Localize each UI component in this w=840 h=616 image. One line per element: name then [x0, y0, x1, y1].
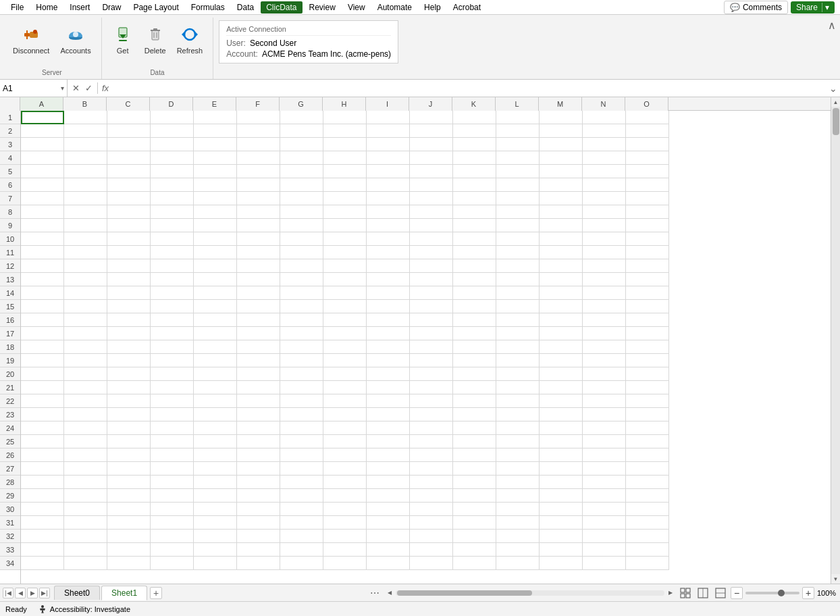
- cell-H30[interactable]: [323, 503, 367, 516]
- row-header-32[interactable]: 32: [0, 530, 20, 543]
- cell-B3[interactable]: [64, 138, 107, 151]
- cell-K4[interactable]: [453, 151, 496, 165]
- cell-E14[interactable]: [194, 286, 237, 300]
- cell-L13[interactable]: [496, 273, 540, 286]
- col-header-K[interactable]: K: [452, 97, 496, 111]
- cell-H9[interactable]: [323, 219, 367, 232]
- cell-H26[interactable]: [323, 448, 367, 462]
- cell-C3[interactable]: [107, 138, 151, 151]
- cell-M34[interactable]: [540, 557, 583, 570]
- cell-N12[interactable]: [583, 259, 626, 273]
- cell-N30[interactable]: [583, 503, 626, 516]
- cell-A20[interactable]: [21, 367, 64, 381]
- cell-C23[interactable]: [107, 408, 151, 421]
- cell-L19[interactable]: [496, 354, 540, 367]
- cell-A15[interactable]: [21, 300, 64, 313]
- cell-N33[interactable]: [583, 543, 626, 557]
- cell-B5[interactable]: [64, 165, 107, 178]
- cell-I29[interactable]: [367, 489, 410, 503]
- cell-H1[interactable]: [323, 111, 367, 124]
- accessibility-area[interactable]: Accessibility: Investigate: [38, 605, 130, 614]
- cell-C32[interactable]: [107, 530, 151, 543]
- cell-E27[interactable]: [194, 462, 237, 476]
- cell-H16[interactable]: [323, 313, 367, 327]
- menu-home[interactable]: Home: [30, 1, 63, 14]
- col-header-A[interactable]: A: [20, 97, 63, 111]
- cell-K26[interactable]: [453, 448, 496, 462]
- cell-D12[interactable]: [151, 259, 194, 273]
- cell-F15[interactable]: [237, 300, 280, 313]
- cell-O30[interactable]: [626, 503, 669, 516]
- cell-E33[interactable]: [194, 543, 237, 557]
- cell-M26[interactable]: [540, 448, 583, 462]
- cell-E4[interactable]: [194, 151, 237, 165]
- cell-A26[interactable]: [21, 448, 64, 462]
- cell-M23[interactable]: [540, 408, 583, 421]
- cell-L11[interactable]: [496, 246, 540, 259]
- col-header-O[interactable]: O: [625, 97, 668, 111]
- col-header-I[interactable]: I: [366, 97, 409, 111]
- cell-L30[interactable]: [496, 503, 540, 516]
- sheet-tab-sheet0[interactable]: Sheet0: [54, 586, 100, 600]
- cell-E5[interactable]: [194, 165, 237, 178]
- horizontal-scrollbar[interactable]: ◀ ▶: [385, 588, 675, 598]
- cell-H18[interactable]: [323, 340, 367, 354]
- row-header-1[interactable]: 1: [0, 111, 20, 124]
- cell-E17[interactable]: [194, 327, 237, 340]
- cell-H15[interactable]: [323, 300, 367, 313]
- cell-D6[interactable]: [151, 178, 194, 192]
- cell-M11[interactable]: [540, 246, 583, 259]
- cell-G18[interactable]: [280, 340, 323, 354]
- row-header-30[interactable]: 30: [0, 503, 20, 516]
- cell-M27[interactable]: [540, 462, 583, 476]
- cell-K25[interactable]: [453, 435, 496, 448]
- cell-E13[interactable]: [194, 273, 237, 286]
- cell-G29[interactable]: [280, 489, 323, 503]
- cell-O4[interactable]: [626, 151, 669, 165]
- scroll-right-button[interactable]: ▶: [666, 588, 675, 598]
- cell-F21[interactable]: [237, 381, 280, 394]
- cell-K16[interactable]: [453, 313, 496, 327]
- cell-B7[interactable]: [64, 192, 107, 205]
- sheet-tab-sheet1[interactable]: Sheet1: [101, 586, 147, 600]
- cell-F18[interactable]: [237, 340, 280, 354]
- cell-N1[interactable]: [583, 111, 626, 124]
- cell-C22[interactable]: [107, 394, 151, 408]
- cell-H28[interactable]: [323, 476, 367, 489]
- cell-I23[interactable]: [367, 408, 410, 421]
- cell-E23[interactable]: [194, 408, 237, 421]
- cell-N4[interactable]: [583, 151, 626, 165]
- cell-H24[interactable]: [323, 421, 367, 435]
- cell-J9[interactable]: [410, 219, 453, 232]
- cell-I33[interactable]: [367, 543, 410, 557]
- cell-I30[interactable]: [367, 503, 410, 516]
- cell-J12[interactable]: [410, 259, 453, 273]
- cell-J23[interactable]: [410, 408, 453, 421]
- cell-C27[interactable]: [107, 462, 151, 476]
- cell-F28[interactable]: [237, 476, 280, 489]
- cell-D32[interactable]: [151, 530, 194, 543]
- menu-formulas[interactable]: Formulas: [186, 1, 230, 14]
- cell-A6[interactable]: [21, 178, 64, 192]
- row-header-5[interactable]: 5: [0, 165, 20, 178]
- cell-L34[interactable]: [496, 557, 540, 570]
- cell-B34[interactable]: [64, 557, 107, 570]
- cell-M30[interactable]: [540, 503, 583, 516]
- zoom-out-button[interactable]: −: [731, 587, 743, 599]
- cell-H4[interactable]: [323, 151, 367, 165]
- cell-N9[interactable]: [583, 219, 626, 232]
- cell-A30[interactable]: [21, 503, 64, 516]
- cell-G6[interactable]: [280, 178, 323, 192]
- cell-D3[interactable]: [151, 138, 194, 151]
- cell-D13[interactable]: [151, 273, 194, 286]
- cell-O6[interactable]: [626, 178, 669, 192]
- cell-O5[interactable]: [626, 165, 669, 178]
- cell-L15[interactable]: [496, 300, 540, 313]
- cell-M12[interactable]: [540, 259, 583, 273]
- cell-D5[interactable]: [151, 165, 194, 178]
- cell-B6[interactable]: [64, 178, 107, 192]
- cell-H3[interactable]: [323, 138, 367, 151]
- cell-N31[interactable]: [583, 516, 626, 530]
- cell-A8[interactable]: [21, 205, 64, 219]
- cell-E7[interactable]: [194, 192, 237, 205]
